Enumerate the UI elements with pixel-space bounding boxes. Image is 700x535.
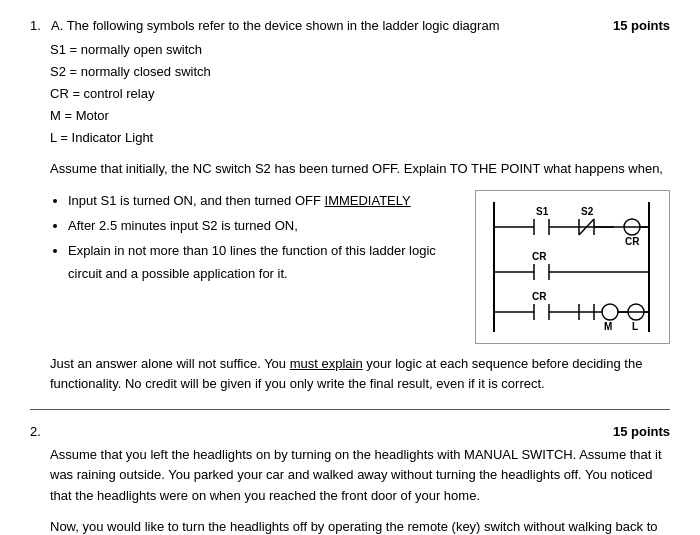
q2-header: 2. 15 points: [30, 424, 670, 439]
l-label: L: [632, 321, 638, 332]
section-divider: [30, 409, 670, 410]
must-explain: must explain: [290, 356, 363, 371]
bullet-3: Explain in not more than 10 lines the fu…: [68, 240, 459, 286]
q2-para1: Assume that you left the headlights on b…: [50, 445, 670, 507]
symbol-l: L = Indicator Light: [50, 127, 670, 149]
cr-label-rung2: CR: [532, 251, 547, 262]
s1-label: S1: [536, 206, 549, 217]
cr-label-rung3: CR: [532, 291, 547, 302]
m-label: M: [604, 321, 612, 332]
symbol-s1: S1 = normally open switch: [50, 39, 670, 61]
symbol-cr: CR = control relay: [50, 83, 670, 105]
q1-part-text: A. The following symbols refer to the de…: [51, 18, 500, 33]
question-2: 2. 15 points Assume that you left the he…: [30, 424, 670, 535]
q2-number: 2.: [30, 424, 41, 439]
m-coil: [602, 304, 618, 320]
q1-num-text: 1.: [30, 18, 41, 33]
assume-text: Assume that initially, the NC switch S2 …: [50, 159, 670, 180]
diagram-container: S1 S2 CR: [475, 190, 670, 344]
q1-points: 15 points: [613, 18, 670, 33]
ladder-svg: S1 S2 CR: [484, 197, 659, 337]
symbol-list: S1 = normally open switch S2 = normally …: [50, 39, 670, 149]
q2-para2: Now, you would like to turn the headligh…: [50, 517, 670, 535]
question-1: 1. A. The following symbols refer to the…: [30, 18, 670, 395]
q2-body: Assume that you left the headlights on b…: [50, 445, 670, 535]
bullet-2: After 2.5 minutes input S2 is turned ON,: [68, 215, 459, 238]
q2-points: 15 points: [613, 424, 670, 439]
symbol-s2: S2 = normally closed switch: [50, 61, 670, 83]
q1-footer: Just an answer alone will not suffice. Y…: [50, 354, 670, 394]
q1-body: S1 = normally open switch S2 = normally …: [50, 39, 670, 395]
q1-header: 1. A. The following symbols refer to the…: [30, 18, 670, 33]
q1-number: 1. A. The following symbols refer to the…: [30, 18, 499, 33]
cr-label-top: CR: [625, 236, 640, 247]
content-row: Input S1 is turned ON, and then turned O…: [50, 190, 670, 344]
s2-label: S2: [581, 206, 594, 217]
symbol-m: M = Motor: [50, 105, 670, 127]
bullet-list: Input S1 is turned ON, and then turned O…: [50, 190, 459, 287]
bullet-1: Input S1 is turned ON, and then turned O…: [68, 190, 459, 213]
ladder-diagram: S1 S2 CR: [475, 190, 670, 344]
immediately-text: IMMEDIATELY: [325, 193, 411, 208]
